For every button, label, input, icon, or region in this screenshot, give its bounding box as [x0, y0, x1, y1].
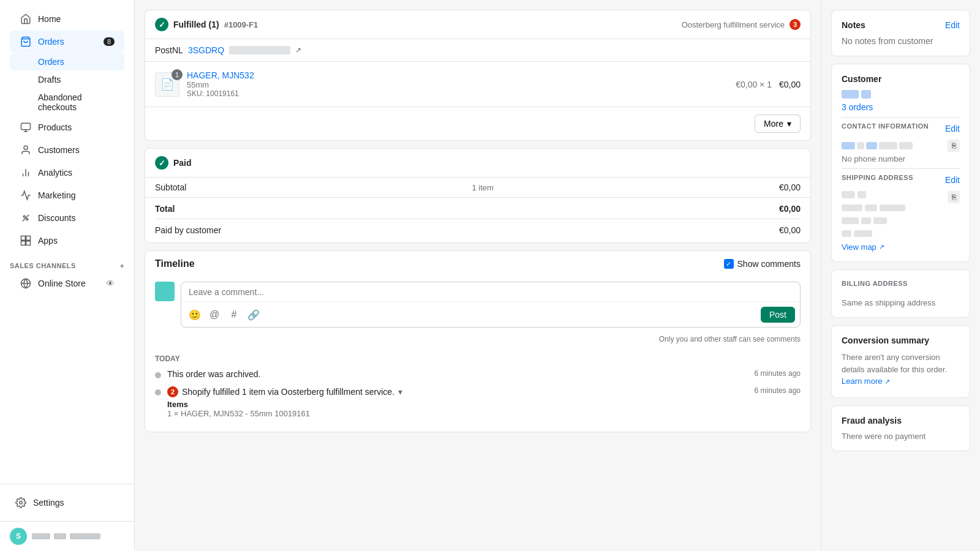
attach-button[interactable]: 🔗: [245, 306, 262, 323]
sidebar-sub-orders[interactable]: Orders: [10, 53, 124, 70]
svg-point-4: [24, 146, 28, 149]
timeline-content-2: 2 Shopify fulfilled 1 item via Oosterber…: [167, 386, 748, 418]
external-map-icon: ↗: [879, 243, 884, 251]
copy-address-icon[interactable]: ⎘: [948, 191, 960, 203]
shipping-edit-link[interactable]: Edit: [945, 175, 960, 185]
tracking-link[interactable]: 3SGDRQ: [188, 45, 224, 55]
contact-email-row: ⎘: [842, 140, 960, 152]
timeline-bottom-spacer: [145, 422, 810, 432]
more-btn-row: More ▾: [145, 107, 810, 140]
total-label: Total: [155, 204, 175, 214]
sidebar-item-home[interactable]: Home: [10, 8, 124, 30]
customer-avatars: [842, 90, 960, 99]
analytics-icon: [20, 167, 32, 179]
product-doc-icon: 📄: [160, 78, 174, 91]
comment-area: 🙂 @ # 🔗 Post: [145, 274, 810, 335]
view-map-link[interactable]: View map ↗: [842, 242, 948, 252]
external-link-icon: ↗: [295, 46, 301, 54]
add-sales-channel-icon[interactable]: +: [120, 262, 124, 269]
customer-avatar-1: [842, 90, 859, 99]
show-comments-checkbox[interactable]: ✓: [724, 259, 734, 269]
email-blurred-2: [857, 142, 864, 149]
email-blurred-5: [899, 142, 913, 149]
sidebar: Home Orders 8 Orders Drafts Abandoned ch…: [0, 0, 135, 551]
shipping-address-lines: View map ↗: [842, 191, 948, 252]
addr-line-4a: [842, 230, 851, 237]
fraud-title: Fraud analysis: [842, 416, 902, 425]
notes-edit-link[interactable]: Edit: [945, 20, 960, 30]
sidebar-item-orders[interactable]: Orders 8: [10, 31, 124, 53]
sidebar-sub-drafts[interactable]: Drafts: [10, 71, 124, 88]
conversion-title: Conversion summary: [842, 335, 929, 345]
product-name-link[interactable]: HAGER, MJN532: [187, 70, 254, 80]
product-qty-badge: 1: [172, 69, 183, 80]
timeline-dot-1: [155, 372, 161, 378]
check-circle-icon: ✓: [155, 18, 168, 31]
sidebar-item-products[interactable]: Products: [10, 116, 124, 138]
post-button[interactable]: Post: [761, 307, 795, 323]
settings-label: Settings: [33, 498, 64, 508]
timeline-header: Timeline ✓ Show comments: [145, 251, 810, 274]
sidebar-item-apps[interactable]: Apps: [10, 230, 124, 252]
orders-icon: [20, 36, 32, 48]
online-store-visibility-icon[interactable]: 👁: [106, 279, 115, 288]
sidebar-item-settings[interactable]: Settings: [5, 492, 129, 514]
user-bar: S: [0, 521, 134, 551]
comment-toolbar: 🙂 @ # 🔗 Post: [181, 302, 800, 327]
svg-rect-14: [26, 241, 31, 246]
postnl-section: PostNL 3SGDRQ ↗: [145, 39, 810, 62]
svg-point-8: [23, 216, 25, 217]
addr-line-3a: [842, 217, 859, 224]
user-avatar: S: [10, 528, 27, 545]
fulfillment-status: Fulfilled (1): [173, 20, 219, 29]
learn-more-link[interactable]: Learn more ↗: [842, 377, 890, 386]
tracking-blurred: [229, 46, 290, 54]
sidebar-label-discounts: Discounts: [38, 213, 115, 223]
hashtag-button[interactable]: #: [225, 306, 243, 323]
marketing-icon: [20, 189, 32, 201]
sidebar-item-analytics[interactable]: Analytics: [10, 162, 124, 184]
comment-input[interactable]: [181, 282, 800, 302]
show-comments-label[interactable]: ✓ Show comments: [724, 259, 801, 269]
product-total: €0,00: [779, 80, 801, 89]
subtotal-row: Subtotal 1 item €0,00: [145, 178, 810, 197]
mention-button[interactable]: @: [206, 306, 223, 323]
conversion-card: Conversion summary There aren't any conv…: [831, 325, 970, 398]
product-variant: 55mm: [187, 80, 728, 89]
addr-line-2a: [842, 204, 862, 211]
addr-line-1b: [858, 191, 866, 198]
online-store-icon: [20, 277, 32, 290]
sidebar-label-products: Products: [38, 122, 115, 132]
sidebar-label-orders: Orders: [38, 37, 104, 47]
payment-header: ✓ Paid: [145, 149, 810, 178]
sidebar-bottom: Settings: [0, 484, 134, 521]
svg-point-17: [20, 501, 23, 504]
right-panel: Notes Edit No notes from customer Custom…: [821, 0, 980, 551]
customer-header: Customer: [842, 74, 960, 84]
sidebar-item-discounts[interactable]: Discounts: [10, 207, 124, 229]
copy-email-icon[interactable]: ⎘: [948, 140, 960, 152]
settings-icon: [15, 497, 27, 509]
sidebar-sub-abandoned[interactable]: Abandoned checkouts: [10, 89, 124, 116]
sidebar-item-marketing[interactable]: Marketing: [10, 184, 124, 206]
user-store-blurred: [54, 533, 66, 539]
sidebar-item-customers[interactable]: Customers: [10, 139, 124, 161]
timeline-dot-2: [155, 389, 161, 395]
product-sku: SKU: 10019161: [187, 89, 728, 98]
sidebar-label-marketing: Marketing: [38, 190, 115, 200]
expand-entry-icon[interactable]: ▾: [398, 387, 402, 397]
svg-rect-13: [21, 241, 26, 246]
sidebar-item-online-store[interactable]: Online Store 👁: [10, 272, 124, 294]
subtotal-amount: €0,00: [779, 182, 801, 192]
conversion-header: Conversion summary: [842, 335, 960, 345]
contact-edit-link[interactable]: Edit: [945, 124, 960, 133]
timeline-title: Timeline: [155, 258, 195, 269]
no-phone-text: No phone number: [842, 154, 960, 163]
emoji-button[interactable]: 🙂: [186, 306, 203, 323]
payment-card: ✓ Paid Subtotal 1 item €0,00 Total €0,00…: [145, 148, 811, 243]
comment-input-wrapper: 🙂 @ # 🔗 Post: [181, 282, 801, 328]
more-button[interactable]: More ▾: [755, 114, 801, 133]
products-icon: [20, 121, 32, 133]
sidebar-label-home: Home: [38, 14, 115, 24]
customer-orders-link[interactable]: 3 orders: [842, 102, 873, 112]
